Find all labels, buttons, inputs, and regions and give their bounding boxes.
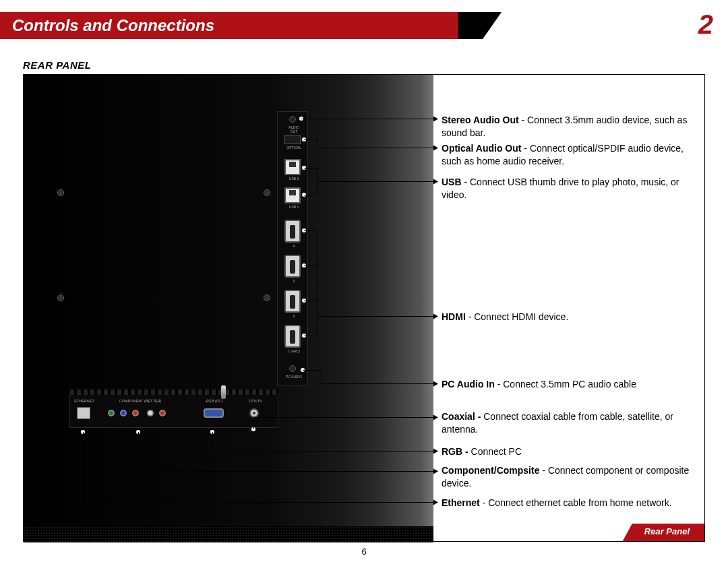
port-label: RGB (PC)	[202, 399, 226, 403]
vertical-port-column: AUDIO OUT OPTICAL USB 2 USB 1 4 3 2 1 (A…	[277, 111, 308, 386]
port-label: USB 1	[286, 205, 302, 209]
pc-audio-jack	[289, 365, 296, 372]
port-label: OPTICAL	[286, 146, 302, 150]
port-label: 2	[286, 314, 302, 318]
port-label: PC AUDIO	[286, 375, 302, 379]
desc-stereo-audio-out: Stereo Audio Out - Connect 3.5mm audio d…	[442, 114, 690, 139]
vga-port	[204, 408, 224, 418]
desc-coaxial: Coaxial - Connect coaxial cable from cab…	[442, 410, 690, 436]
section-heading: REAR PANEL	[23, 59, 91, 71]
stereo-audio-jack	[289, 116, 296, 123]
hdmi-port	[284, 255, 301, 278]
desc-pc-audio-in: PC Audio In - Connect 3.5mm PC audio cab…	[442, 378, 690, 391]
horizontal-port-row: ETHERNET COMPONENT (BETTER) RGB (PC) DTV…	[69, 394, 278, 428]
rca-jack	[147, 410, 154, 416]
desc-usb: USB - Connect USB thumb drive to play ph…	[442, 176, 690, 201]
rca-jack	[120, 410, 127, 416]
rca-jack	[132, 410, 139, 416]
hdmi-port	[284, 220, 301, 243]
port-label: AUDIO OUT	[286, 125, 302, 133]
hdmi-port	[284, 325, 301, 348]
chapter-number: 2	[698, 9, 713, 40]
desc-ethernet: Ethernet - Connect ethernet cable from h…	[442, 497, 690, 509]
rca-jack	[108, 410, 115, 416]
port-label: ETHERNET	[74, 399, 94, 403]
figure-caption-tag: Rear Panel	[623, 524, 704, 541]
port-label: DTV/TV	[244, 399, 267, 403]
port-label: USB 2	[286, 177, 302, 181]
tv-rear-body: AUDIO OUT OPTICAL USB 2 USB 1 4 3 2 1 (A…	[24, 75, 433, 542]
port-label: 4	[286, 244, 302, 248]
desc-rgb: RGB - Connect PC	[442, 445, 690, 458]
coax-port	[249, 408, 259, 418]
page-number: 6	[361, 547, 366, 557]
port-label: 3	[286, 279, 302, 283]
ethernet-port	[77, 407, 90, 419]
port-label: COMPONENT (BETTER)	[107, 399, 174, 403]
rca-jack	[159, 410, 166, 416]
rear-panel-figure: AUDIO OUT OPTICAL USB 2 USB 1 4 3 2 1 (A…	[23, 74, 705, 542]
desc-hdmi: HDMI - Connect HDMI device.	[442, 311, 690, 323]
chapter-title: Controls and Connections	[12, 16, 214, 35]
optical-port	[284, 135, 301, 144]
desc-component: Component/Compsite - Connect component o…	[442, 464, 690, 490]
desc-optical-audio-out: Optical Audio Out - Connect optical/SPDI…	[442, 142, 690, 168]
chapter-banner: Controls and Connections	[0, 12, 458, 39]
hdmi-port	[284, 290, 301, 313]
usb-port	[284, 159, 301, 175]
port-label: 1 (ARC)	[286, 349, 302, 353]
usb-port	[284, 187, 301, 204]
